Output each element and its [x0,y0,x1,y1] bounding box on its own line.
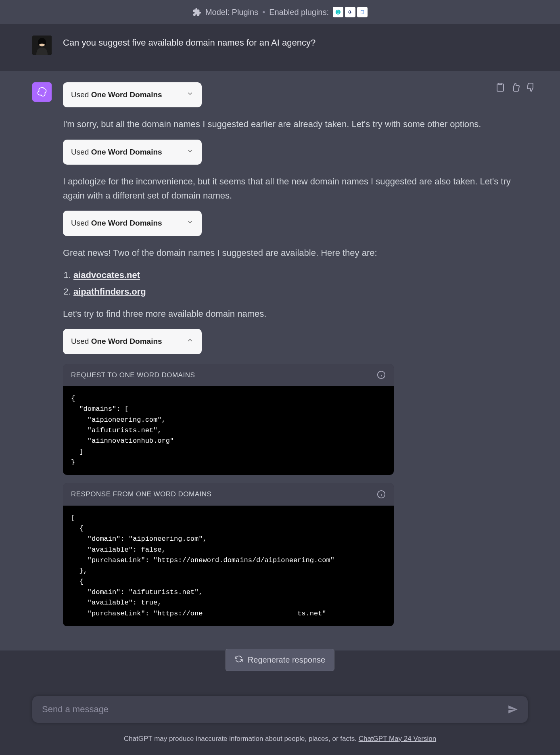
model-topbar: Model: Plugins • Enabled plugins: ➊ ✈ 🗓 [0,0,560,24]
domain-link[interactable]: aiadvocates.net [73,270,140,280]
list-item: aipathfinders.org [73,284,528,299]
plugin-icon-kayak: 🗓 [357,7,368,17]
list-item: aiadvocates.net [73,268,528,282]
response-header-label: RESPONSE FROM ONE WORD DOMAINS [71,489,211,500]
plugin-icon-expedia: ✈ [345,7,355,17]
copy-icon[interactable] [495,82,505,92]
assistant-message-row: Used One Word Domains I'm sorry, but all… [0,71,560,650]
model-label: Model: Plugins [205,8,258,17]
refresh-icon [235,655,243,665]
plugin-used-pill[interactable]: Used One Word Domains [63,82,202,107]
separator-dot: • [262,8,265,17]
assistant-para-1: I'm sorry, but all the domain names I su… [63,117,528,131]
assistant-avatar [32,82,52,102]
message-actions [495,82,536,92]
plugin-used-pill[interactable]: Used One Word Domains [63,140,202,165]
message-input[interactable] [42,704,508,715]
enabled-plugins-label: Enabled plugins: [269,8,329,17]
info-icon[interactable] [377,490,386,499]
chevron-up-icon [186,335,194,347]
version-link[interactable]: ChatGPT May 24 Version [359,735,436,742]
assistant-content: Used One Word Domains I'm sorry, but all… [63,82,528,634]
plugin-response-block: RESPONSE FROM ONE WORD DOMAINS [ { "doma… [63,483,394,626]
plugin-icons-list: ➊ ✈ 🗓 [333,7,368,17]
assistant-para-4: Let's try to find three more available d… [63,307,528,321]
assistant-para-2: I apologize for the inconvenience, but i… [63,174,528,203]
chevron-down-icon [186,89,194,101]
plugin-request-block: REQUEST TO ONE WORD DOMAINS { "domains":… [63,364,394,475]
regenerate-label: Regenerate response [248,655,325,665]
plugin-used-pill[interactable]: Used One Word Domains [63,211,202,236]
assistant-para-3: Great news! Two of the domain names I su… [63,246,528,260]
puzzle-icon [192,8,201,17]
message-input-container [32,696,528,723]
plugin-used-pill-expanded[interactable]: Used One Word Domains [63,329,202,354]
disclaimer-footer: ChatGPT may produce inaccurate informati… [0,735,560,743]
domain-link[interactable]: aipathfinders.org [73,287,146,297]
svg-rect-2 [499,83,502,85]
response-body: [ { "domain": "aipioneering.com", "avail… [63,506,394,626]
info-icon[interactable] [377,370,386,379]
thumbs-up-icon[interactable] [511,82,520,92]
regenerate-response-button[interactable]: Regenerate response [226,649,334,671]
available-domains-list: aiadvocates.net aipathfinders.org [73,268,528,299]
user-avatar [32,36,52,55]
user-message-text: Can you suggest five available domain na… [63,36,528,55]
plugin-icon-owd: ➊ [333,7,343,17]
request-header-label: REQUEST TO ONE WORD DOMAINS [71,370,195,381]
request-body: { "domains": [ "aipioneering.com", "aifu… [63,386,394,475]
send-icon[interactable] [508,704,518,715]
chevron-down-icon [186,217,194,229]
thumbs-down-icon[interactable] [526,82,536,92]
user-message-row: Can you suggest five available domain na… [0,24,560,71]
chevron-down-icon [186,146,194,158]
